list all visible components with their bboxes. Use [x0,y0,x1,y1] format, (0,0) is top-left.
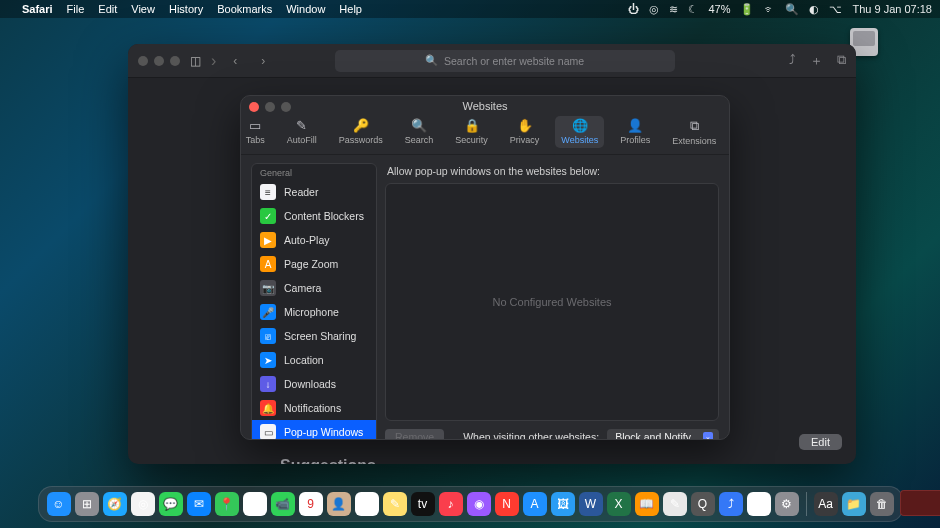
new-tab-icon[interactable]: ＋ [810,52,823,70]
close-icon[interactable] [249,102,259,112]
sidebar-item-screen-sharing[interactable]: ⎚Screen Sharing [252,324,376,348]
minimize-icon[interactable] [154,56,164,66]
dnd-icon[interactable]: ☾ [688,3,698,16]
sidebar-item-camera[interactable]: 📷Camera [252,276,376,300]
dock-news-icon[interactable]: N [495,492,519,516]
dock-photos-icon[interactable]: ✿ [243,492,267,516]
dock-fonts-icon[interactable]: Aa [814,492,838,516]
url-bar[interactable]: 🔍 Search or enter website name [335,50,675,72]
dock-settings-icon[interactable]: ⚙ [775,492,799,516]
share-icon[interactable]: ⤴ [789,52,796,70]
wifi-icon[interactable]: ᯤ [764,3,775,15]
settings-tab-profiles[interactable]: 👤Profiles [614,116,656,148]
dock-tv-icon[interactable]: tv [411,492,435,516]
minimize-icon[interactable] [265,102,275,112]
spotlight-icon[interactable]: 🔍 [785,3,799,16]
sidebar-item-auto-play[interactable]: ▶Auto-Play [252,228,376,252]
sidebar-item-pop-up-windows[interactable]: ▭Pop-up Windows [252,420,376,440]
widget-peek[interactable] [900,490,940,516]
sidebar-item-location[interactable]: ➤Location [252,348,376,372]
dock-folder-icon[interactable]: 📁 [842,492,866,516]
window-controls[interactable] [138,56,180,66]
dock: ☺⊞🧭◎💬✉📍✿📹9👤≣✎tv♪◉NA🖼WX📖✎Q⤴✎⚙Aa📁🗑 [38,486,903,522]
select-value: Block and Notify [615,431,691,440]
zoom-icon[interactable] [170,56,180,66]
menu-file[interactable]: File [67,3,85,15]
status-icon[interactable]: ≋ [669,3,678,16]
dock-trash-icon[interactable]: 🗑 [870,492,894,516]
sidebar-item-label: Location [284,354,324,366]
status-icon[interactable]: ⏻ [628,3,639,15]
settings-tab-websites[interactable]: 🌐Websites [555,116,604,148]
dock-chrome-icon[interactable]: ◎ [131,492,155,516]
sidebar-item-downloads[interactable]: ↓Downloads [252,372,376,396]
sidebar-toggle-icon[interactable]: ◫ [190,54,201,68]
menu-edit[interactable]: Edit [98,3,117,15]
sidebar-item-label: Reader [284,186,318,198]
dock-preview-icon[interactable]: 🖼 [551,492,575,516]
dock-appstore-icon[interactable]: A [523,492,547,516]
sidebar-item-reader[interactable]: ≡Reader [252,180,376,204]
pop-up-windows-icon: ▭ [260,424,276,440]
sheet-window-controls[interactable] [249,102,291,112]
sidebar-item-page-zoom[interactable]: APage Zoom [252,252,376,276]
settings-tab-security[interactable]: 🔒Security [449,116,494,148]
dock-contacts-icon[interactable]: 👤 [327,492,351,516]
status-icon[interactable]: ◎ [649,3,659,16]
dock-messages-icon[interactable]: 💬 [159,492,183,516]
zoom-icon[interactable] [281,102,291,112]
dock-facetime-icon[interactable]: 📹 [271,492,295,516]
sidebar-item-microphone[interactable]: 🎤Microphone [252,300,376,324]
dock-quicktime-icon[interactable]: Q [691,492,715,516]
menu-history[interactable]: History [169,3,203,15]
settings-tab-privacy[interactable]: ✋Privacy [504,116,546,148]
dock-textedit-icon[interactable]: ✎ [663,492,687,516]
dock-sharing-icon[interactable]: ⤴ [719,492,743,516]
menu-bar: Safari File Edit View History Bookmarks … [0,0,940,18]
sidebar-item-notifications[interactable]: 🔔Notifications [252,396,376,420]
settings-tab-extensions[interactable]: ⧉Extensions [666,116,722,148]
dock-launchpad-icon[interactable]: ⊞ [75,492,99,516]
safari-settings-window: Websites ⚙General▭Tabs✎AutoFill🔑Password… [240,95,730,440]
edit-start-page-button[interactable]: Edit [799,434,842,450]
auto-play-icon: ▶ [260,232,276,248]
dock-finder-icon[interactable]: ☺ [47,492,71,516]
menu-view[interactable]: View [131,3,155,15]
clock[interactable]: Thu 9 Jan 07:18 [852,3,932,15]
dock-word-icon[interactable]: W [579,492,603,516]
menu-window[interactable]: Window [286,3,325,15]
configured-websites-list[interactable]: No Configured Websites [385,183,719,421]
back-button[interactable]: ‹ [226,52,244,70]
dock-music-icon[interactable]: ♪ [439,492,463,516]
settings-tab-tabs[interactable]: ▭Tabs [240,116,271,148]
dock-mail-icon[interactable]: ✉ [187,492,211,516]
sidebar-item-content-blockers[interactable]: ✓Content Blockers [252,204,376,228]
sidebar-item-label: Downloads [284,378,336,390]
dock-reminders-icon[interactable]: ≣ [355,492,379,516]
control-center-icon[interactable]: ⌥ [829,3,842,16]
dock-notes-icon[interactable]: ✎ [383,492,407,516]
close-icon[interactable] [138,56,148,66]
dock-separator [806,492,807,516]
menu-bookmarks[interactable]: Bookmarks [217,3,272,15]
dock-safari-icon[interactable]: 🧭 [103,492,127,516]
settings-tab-autofill[interactable]: ✎AutoFill [281,116,323,148]
tabs-overview-icon[interactable]: ⧉ [837,52,846,70]
sidebar-item-label: Page Zoom [284,258,338,270]
menu-help[interactable]: Help [339,3,362,15]
dock-excel-icon[interactable]: X [607,492,631,516]
chevron-updown-icon: ⌄ [703,432,713,440]
remove-button: Remove [385,429,444,440]
siri-icon[interactable]: ◐ [809,3,819,16]
dock-podcasts-icon[interactable]: ◉ [467,492,491,516]
dock-freeform-icon[interactable]: ✎ [747,492,771,516]
settings-tab-passwords[interactable]: 🔑Passwords [333,116,389,148]
battery-icon[interactable]: 🔋 [740,3,754,16]
forward-button[interactable]: › [254,52,272,70]
default-policy-select[interactable]: Block and Notify ⌄ [607,429,719,440]
dock-calendar-icon[interactable]: 9 [299,492,323,516]
app-menu[interactable]: Safari [22,3,53,15]
settings-tab-search[interactable]: 🔍Search [399,116,440,148]
dock-books-icon[interactable]: 📖 [635,492,659,516]
dock-maps-icon[interactable]: 📍 [215,492,239,516]
